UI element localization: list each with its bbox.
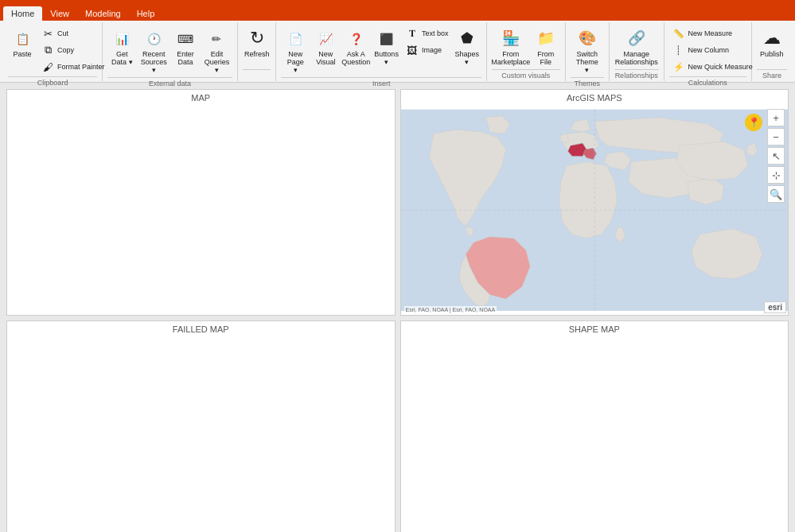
failed-map-content [7, 337, 395, 533]
text-box-label: Text box [422, 29, 449, 37]
failed-map-title: FAILLED MAP [7, 321, 395, 337]
get-data-button[interactable]: GetData ▾ [107, 25, 136, 68]
publish-button[interactable]: ☁ Publish [757, 25, 787, 60]
ask-question-label: Ask AQuestion [341, 50, 370, 66]
refresh-button[interactable]: ↻ Refresh [243, 25, 271, 60]
manage-relationships-label: ManageRelationships [615, 50, 658, 66]
esri-logo: esri [764, 301, 786, 313]
toolbar: Paste Cut Copy Format Painter [0, 21, 795, 83]
text-box-button[interactable]: 𝐓 Text box [403, 25, 451, 41]
copy-button[interactable]: Copy [38, 42, 107, 58]
map-panel-title: MAP [7, 90, 395, 106]
new-visual-label: NewVisual [316, 50, 335, 66]
cursor-tool-button[interactable]: ↖ [767, 147, 785, 165]
from-file-button[interactable]: 📁 FromFile [532, 25, 560, 68]
new-page-label: NewPage ▾ [284, 50, 306, 74]
refresh-group: ↻ Refresh [238, 22, 277, 81]
map-panel: MAP [6, 89, 396, 316]
select-tool-button[interactable]: ⊹ [767, 166, 785, 184]
refresh-group-label [243, 69, 271, 80]
relationships-label: Relationships [614, 69, 659, 80]
share-label: Share [757, 69, 787, 80]
location-pin[interactable]: 📍 [745, 114, 762, 131]
switch-theme-button[interactable]: 🎨 SwitchTheme ▾ [571, 25, 604, 76]
new-measure-button[interactable]: 📏 New Measure [669, 25, 755, 41]
switch-theme-label: SwitchTheme ▾ [574, 50, 601, 74]
external-data-group: GetData ▾ RecentSources ▾ EnterData Edit… [103, 22, 237, 81]
get-data-icon [115, 30, 129, 47]
buttons-label: Buttons ▾ [374, 50, 399, 66]
custom-visuals-label: Custom visuals [492, 69, 560, 80]
shape-map-title: SHAPE MAP [401, 321, 789, 337]
shape-map-panel: SHAPE MAP [400, 320, 789, 533]
new-quick-measure-label: New Quick Measure [688, 63, 753, 71]
from-marketplace-button[interactable]: 🏪 FromMarketplace [492, 25, 530, 68]
clipboard-label: Clipboard [8, 76, 97, 87]
arcgis-map-svg [401, 106, 789, 315]
zoom-in-button[interactable]: + [767, 109, 785, 126]
newpage-icon [289, 30, 302, 47]
buttons-button[interactable]: Buttons ▾ [372, 25, 401, 68]
manage-relationships-button[interactable]: 🔗 ManageRelationships [614, 25, 659, 68]
cut-button[interactable]: Cut [38, 25, 107, 41]
new-page-button[interactable]: NewPage ▾ [281, 25, 310, 76]
themes-group: 🎨 SwitchTheme ▾ Themes [566, 22, 610, 81]
tab-help[interactable]: Help [129, 6, 163, 21]
new-column-label: New Column [688, 46, 730, 54]
refresh-label: Refresh [244, 50, 270, 58]
ribbon-tabs: Home View Modeling Help [0, 0, 795, 21]
paste-label: Paste [13, 50, 31, 58]
ask-icon [349, 30, 363, 47]
arcgis-map-content: 📍 + − ↖ ⊹ 🔍 Esri, FAO, NOAA | Esri, FAO,… [401, 106, 789, 315]
new-column-button[interactable]: ┊ New Column [669, 42, 755, 58]
image-button[interactable]: 🖼 Image [403, 42, 451, 58]
copy-icon [45, 44, 52, 56]
arcgis-panel: ArcGIS MAPS [400, 89, 789, 316]
recent-sources-label: RecentSources ▾ [141, 50, 167, 74]
publish-label: Publish [760, 50, 784, 58]
search-location-button[interactable]: 🔍 [767, 185, 785, 203]
share-group: ☁ Publish Share [752, 22, 792, 81]
edit-queries-label: EditQueries ▾ [205, 50, 230, 74]
enter-data-button[interactable]: EnterData [171, 25, 200, 68]
insert-label: Insert [281, 77, 481, 87]
copy-label: Copy [57, 46, 74, 54]
shape-map-content [401, 337, 789, 533]
paste-icon [16, 30, 29, 47]
map-panel-content [7, 106, 395, 315]
failed-map-panel: FAILLED MAP [6, 320, 396, 533]
clipboard-group: Paste Cut Copy Format Painter [3, 22, 103, 81]
shapes-button[interactable]: ⬟ Shapes ▾ [452, 25, 481, 68]
recent-icon [147, 30, 161, 47]
new-measure-label: New Measure [688, 29, 733, 37]
from-file-label: FromFile [537, 50, 554, 66]
enter-icon [177, 30, 193, 47]
new-visual-button[interactable]: NewVisual [311, 25, 340, 68]
external-data-label: External data [107, 77, 232, 87]
tab-modeling[interactable]: Modeling [77, 6, 129, 21]
tab-home[interactable]: Home [3, 6, 42, 21]
edit-queries-button[interactable]: EditQueries ▾ [201, 25, 232, 76]
custom-visuals-group: 🏪 FromMarketplace 📁 FromFile Custom visu… [487, 22, 566, 81]
zoom-out-button[interactable]: − [767, 128, 785, 146]
recent-sources-button[interactable]: RecentSources ▾ [138, 25, 170, 76]
format-painter-button[interactable]: Format Painter [38, 59, 107, 75]
tab-view[interactable]: View [42, 6, 77, 21]
enter-data-label: EnterData [177, 50, 194, 66]
newvisual-icon [319, 30, 333, 47]
relationships-group: 🔗 ManageRelationships Relationships [610, 22, 664, 81]
new-quick-measure-button[interactable]: ⚡ New Quick Measure [669, 59, 755, 75]
get-data-label: GetData ▾ [111, 50, 133, 66]
insert-group: NewPage ▾ NewVisual Ask AQuestion Button… [276, 22, 487, 81]
shapes-label: Shapes ▾ [454, 50, 479, 66]
brush-icon [43, 61, 53, 73]
from-marketplace-label: FromMarketplace [491, 50, 530, 66]
buttons-icon [380, 30, 393, 47]
paste-button[interactable]: Paste [8, 25, 37, 60]
ask-question-button[interactable]: Ask AQuestion [341, 25, 370, 68]
calculations-label: Calculations [669, 76, 746, 87]
image-label: Image [422, 46, 442, 54]
arcgis-panel-title: ArcGIS MAPS [401, 90, 789, 106]
edit-icon [212, 30, 221, 47]
map-attribution: Esri, FAO, NOAA | Esri, FAO, NOAA [404, 306, 497, 313]
